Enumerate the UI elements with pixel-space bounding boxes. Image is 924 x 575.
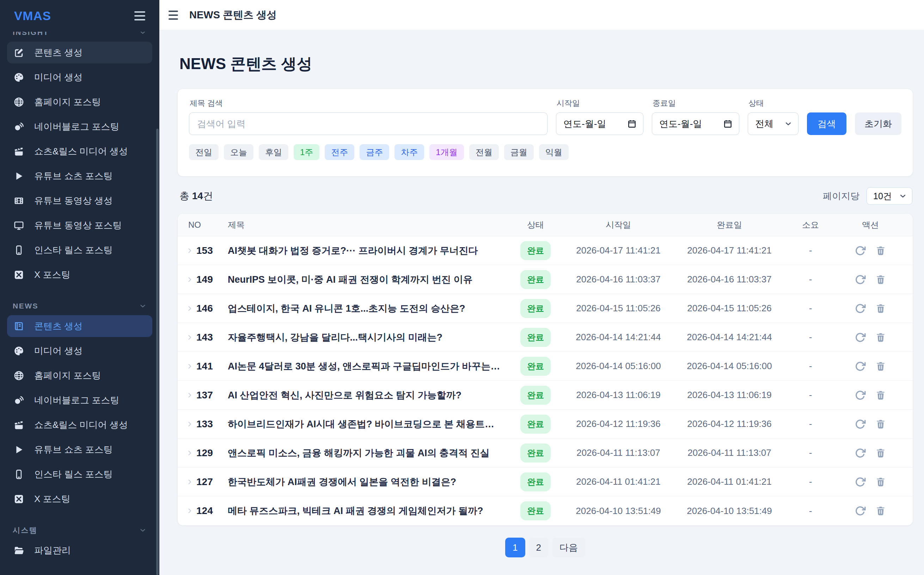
sidebar-item-X 포스팅[interactable]: X 포스팅	[7, 264, 152, 286]
chevron-right-icon[interactable]	[186, 392, 193, 399]
start-date-input[interactable]: 연도-월-일	[556, 113, 643, 135]
sidebar-item-인스타 릴스 포스팅[interactable]: 인스타 릴스 포스팅	[7, 239, 152, 261]
sidebar-item-label: 홈페이지 포스팅	[34, 370, 101, 382]
sidebar-item-미디어 생성[interactable]: 미디어 생성	[7, 340, 152, 362]
sidebar-item-파일관리[interactable]: 파일관리	[7, 539, 152, 561]
delete-button[interactable]	[875, 361, 886, 372]
date-filter-chip[interactable]: 전주	[325, 144, 354, 160]
sidebar-item-유튜브 쇼츠 포스팅[interactable]: 유튜브 쇼츠 포스팅	[7, 438, 152, 461]
refresh-button[interactable]	[854, 389, 866, 401]
column-header: 완료일	[676, 219, 782, 230]
page-button[interactable]: 2	[529, 538, 549, 558]
sidebar-item-label: 인스타 릴스 포스팅	[34, 468, 113, 481]
sidebar-item-콘텐츠 생성[interactable]: 콘텐츠 생성	[7, 315, 152, 337]
chevron-right-icon[interactable]	[186, 334, 193, 341]
sidebar-item-label: 콘텐츠 생성	[34, 46, 83, 59]
date-filter-chip[interactable]: 전일	[189, 144, 219, 160]
sidebar-section-NEWS[interactable]: NEWS	[7, 300, 152, 312]
page-button[interactable]: 다음	[552, 538, 585, 558]
chevron-right-icon[interactable]	[186, 450, 193, 457]
delete-button[interactable]	[875, 389, 886, 401]
per-page-select[interactable]: 10건	[867, 187, 912, 205]
refresh-button[interactable]	[854, 332, 866, 343]
sidebar-item-유튜브 동영상 포스팅[interactable]: 유튜브 동영상 포스팅	[7, 214, 152, 236]
date-filter-chip[interactable]: 차주	[394, 144, 424, 160]
date-filter-chip[interactable]: 1개월	[429, 144, 464, 160]
row-title: 앤스로픽 미소스, 금융 해킹까지 가능한 괴물 AI의 충격적 진실	[228, 447, 511, 459]
sidebar-item-인스타 릴스 포스팅[interactable]: 인스타 릴스 포스팅	[7, 463, 152, 485]
table-header-row: NO제목상태시작일완료일소요액션	[178, 214, 913, 236]
sidebar-item-유튜브 동영상 생성[interactable]: 유튜브 동영상 생성	[7, 190, 152, 211]
sidebar-section-INSIGHT[interactable]: INSIGHT	[7, 32, 152, 39]
chevron-right-icon[interactable]	[186, 305, 193, 312]
row-title: 자율주행택시, 강남을 달리다...택시기사의 미래는?	[228, 331, 511, 344]
calendar-icon[interactable]	[723, 119, 733, 129]
chevron-right-icon[interactable]	[186, 247, 193, 254]
sidebar-item-네이버블로그 포스팅[interactable]: 네이버블로그 포스팅	[7, 389, 152, 411]
delete-button[interactable]	[875, 274, 886, 285]
duration: -	[782, 505, 839, 516]
date-filter-chip[interactable]: 1주	[294, 144, 319, 160]
sidebar-item-label: 유튜브 동영상 생성	[34, 195, 113, 207]
sidebar-item-콘텐츠 생성[interactable]: 콘텐츠 생성	[7, 41, 152, 64]
delete-button[interactable]	[875, 245, 886, 256]
date-filter-chip[interactable]: 금월	[504, 144, 534, 160]
sidebar-item-쇼츠&릴스 미디어 생성[interactable]: 쇼츠&릴스 미디어 생성	[7, 414, 152, 436]
sidebar-item-X 포스팅[interactable]: X 포스팅	[7, 488, 152, 510]
sidebar-item-유튜브 쇼츠 포스팅[interactable]: 유튜브 쇼츠 포스팅	[7, 165, 152, 187]
sidebar-item-홈페이지 포스팅[interactable]: 홈페이지 포스팅	[7, 91, 152, 113]
date-filter-chip[interactable]: 후일	[259, 144, 288, 160]
sidebar-section-시스템[interactable]: 시스템	[7, 524, 152, 537]
refresh-button[interactable]	[854, 274, 866, 285]
folder-icon	[13, 545, 24, 556]
sidebar-item-label: 유튜브 쇼츠 포스팅	[34, 443, 113, 456]
sidebar-item-미디어 생성[interactable]: 미디어 생성	[7, 66, 152, 88]
refresh-button[interactable]	[854, 418, 866, 430]
refresh-button[interactable]	[854, 505, 866, 516]
sidebar-item-네이버블로그 포스팅[interactable]: 네이버블로그 포스팅	[7, 116, 152, 138]
refresh-button[interactable]	[854, 447, 866, 459]
sidebar-scrollbar[interactable]	[156, 129, 159, 575]
end-date-input[interactable]: 연도-월-일	[652, 113, 739, 135]
date-filter-chip[interactable]: 전월	[469, 144, 499, 160]
sidebar-item-label: 유튜브 쇼츠 포스팅	[34, 170, 113, 182]
play-icon	[13, 444, 24, 455]
date-filter-chip[interactable]: 익월	[539, 144, 568, 160]
search-button[interactable]: 검색	[807, 113, 846, 135]
reset-button[interactable]: 초기화	[855, 113, 902, 135]
delete-button[interactable]	[875, 332, 886, 343]
status-select[interactable]: 전체	[748, 113, 799, 135]
delete-button[interactable]	[875, 476, 886, 488]
date-filter-chip[interactable]: 오늘	[224, 144, 254, 160]
row-no: 137	[188, 389, 228, 401]
page-button-active[interactable]: 1	[505, 538, 525, 558]
end-date: 2026-04-15 11:05:26	[676, 303, 782, 314]
refresh-button[interactable]	[854, 361, 866, 372]
quick-date-filters: 전일오늘후일1주전주금주차주1개월전월금월익월	[189, 144, 902, 160]
sidebar-item-홈페이지 포스팅[interactable]: 홈페이지 포스팅	[7, 365, 152, 386]
chevron-right-icon[interactable]	[186, 478, 193, 486]
edit-icon	[13, 47, 24, 58]
delete-button[interactable]	[875, 505, 886, 516]
table-row: 153AI챗봇 대화가 법정 증거로?··· 프라이버시 경계가 무너진다완료2…	[178, 236, 913, 265]
search-input[interactable]	[189, 113, 548, 135]
refresh-button[interactable]	[854, 303, 866, 314]
row-title: NeurIPS 보이콧, 미·중 AI 패권 전쟁이 학계까지 번진 이유	[228, 273, 511, 286]
chevron-right-icon[interactable]	[186, 421, 193, 427]
start-date: 2026-04-15 11:05:26	[560, 303, 676, 314]
delete-button[interactable]	[875, 418, 886, 430]
topbar-menu-icon[interactable]	[168, 11, 178, 20]
refresh-button[interactable]	[854, 476, 866, 488]
sidebar-item-쇼츠&릴스 미디어 생성[interactable]: 쇼츠&릴스 미디어 생성	[7, 140, 152, 162]
search-label: 제목 검색	[190, 98, 548, 109]
refresh-button[interactable]	[854, 245, 866, 256]
chevron-right-icon[interactable]	[186, 507, 193, 515]
chevron-right-icon[interactable]	[186, 276, 193, 283]
calendar-icon[interactable]	[627, 119, 637, 129]
palette-icon	[13, 72, 24, 83]
delete-button[interactable]	[875, 303, 886, 314]
sidebar-menu-icon[interactable]	[134, 11, 145, 21]
delete-button[interactable]	[875, 447, 886, 459]
chevron-right-icon[interactable]	[186, 363, 193, 370]
date-filter-chip[interactable]: 금주	[360, 144, 389, 160]
